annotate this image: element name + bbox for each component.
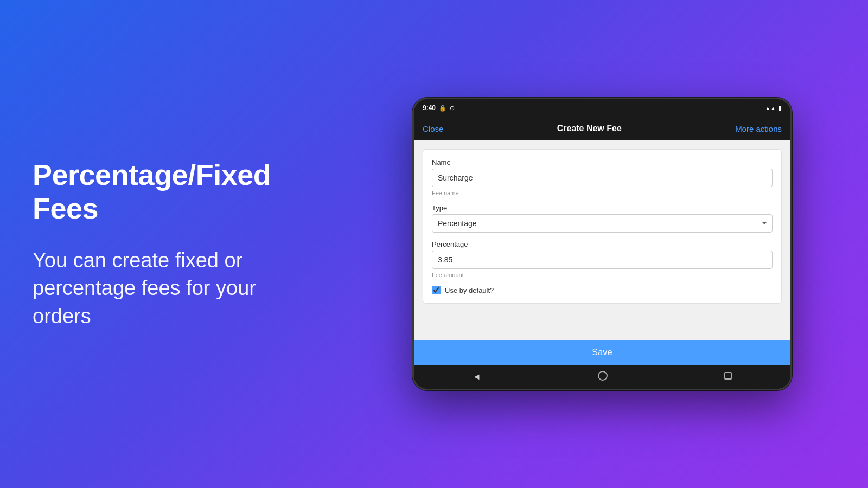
recents-button[interactable]	[713, 368, 743, 386]
headline: Percentage/Fixed Fees	[33, 158, 304, 225]
name-field-group: Name Fee name	[432, 158, 773, 196]
tablet-device: 9:40 🔒 ⊕ ▲▲ ▮ Close Create New Fee More …	[412, 98, 792, 390]
recents-icon	[724, 372, 732, 380]
description: You can create fixed or percentage fees …	[33, 247, 304, 330]
app-content: Name Fee name Type Percentage Fixed Perc…	[414, 140, 790, 340]
nav-bar: ◄	[414, 365, 790, 389]
type-field-group: Type Percentage Fixed	[432, 204, 773, 233]
status-time: 9:40	[423, 104, 436, 112]
use-default-label[interactable]: Use by default?	[445, 286, 494, 294]
name-label: Name	[432, 158, 773, 166]
type-select[interactable]: Percentage Fixed	[432, 214, 773, 233]
close-button[interactable]: Close	[423, 124, 443, 133]
name-input[interactable]	[432, 169, 773, 187]
status-bar: 9:40 🔒 ⊕ ▲▲ ▮	[414, 99, 790, 117]
form-card: Name Fee name Type Percentage Fixed Perc…	[423, 149, 782, 304]
name-hint: Fee name	[432, 190, 773, 196]
use-default-row: Use by default?	[432, 286, 773, 294]
location-icon: ⊕	[450, 105, 455, 112]
more-actions-button[interactable]: More actions	[735, 124, 782, 133]
percentage-field-group: Percentage Fee amount	[432, 240, 773, 278]
home-icon	[598, 371, 608, 381]
use-default-checkbox[interactable]	[432, 286, 441, 294]
percentage-hint: Fee amount	[432, 272, 773, 278]
wifi-icon: ▲▲	[765, 105, 776, 111]
battery-icon: ▮	[778, 105, 782, 112]
right-panel: 9:40 🔒 ⊕ ▲▲ ▮ Close Create New Fee More …	[336, 98, 868, 390]
percentage-input[interactable]	[432, 251, 773, 269]
app-bar: Close Create New Fee More actions	[414, 117, 790, 140]
percentage-label: Percentage	[432, 240, 773, 248]
type-label: Type	[432, 204, 773, 212]
left-panel: Percentage/Fixed Fees You can create fix…	[0, 114, 336, 374]
save-button[interactable]: Save	[414, 340, 790, 365]
status-bar-left: 9:40 🔒 ⊕	[423, 104, 455, 112]
back-button[interactable]: ◄	[462, 368, 492, 386]
lock-icon: 🔒	[439, 105, 446, 112]
app-bar-title: Create New Fee	[557, 124, 622, 133]
status-bar-right: ▲▲ ▮	[765, 105, 782, 112]
home-button[interactable]	[587, 367, 618, 387]
